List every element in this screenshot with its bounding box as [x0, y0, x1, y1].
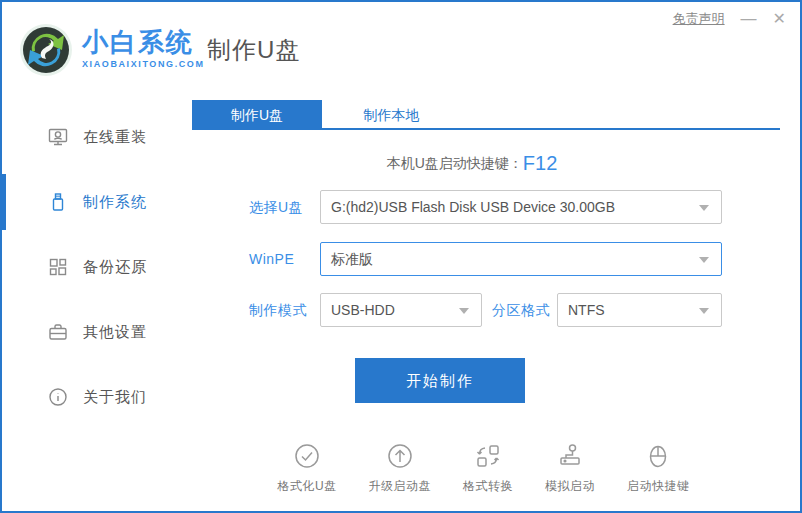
logo-text: 小白系统 XIAOBAIXITONG.COM [82, 28, 205, 69]
backup-restore-icon [47, 256, 69, 278]
simulate-boot-icon [556, 442, 584, 470]
about-us-icon [47, 386, 69, 408]
sidebar-item-backup-restore[interactable]: 备份还原 [2, 252, 187, 282]
usb-select-label: 选择U盘 [249, 190, 303, 224]
tool-label: 格式转换 [463, 478, 513, 495]
logo-title: 小白系统 [82, 28, 205, 56]
chevron-down-icon [699, 205, 709, 211]
close-icon[interactable]: ✕ [773, 11, 786, 27]
usb-select-value: G:(hd2)USB Flash Disk USB Device 30.00GB [321, 191, 721, 223]
start-make-button[interactable]: 开始制作 [355, 358, 525, 403]
winpe-select-value: 标准版 [321, 243, 721, 275]
page-title: 制作U盘 [207, 34, 300, 66]
sidebar-item-about-us[interactable]: 关于我们 [2, 382, 187, 412]
footer-tools: 格式化U盘 升级启动盘 [187, 442, 780, 495]
format-convert-icon [474, 442, 502, 470]
winpe-select-label: WinPE [249, 242, 294, 276]
body: 在线重装 制作系统 [2, 90, 800, 513]
partition-select-value: NTFS [558, 294, 721, 326]
sidebar-item-online-reinstall[interactable]: 在线重装 [2, 122, 187, 152]
tool-format-usb[interactable]: 格式化U盘 [277, 442, 336, 495]
chevron-down-icon [699, 308, 709, 314]
main-panel: 制作U盘 制作本地 本机U盘启动快捷键：F12 选择U盘 G:(hd2)USB … [187, 90, 800, 513]
tool-label: 升级启动盘 [369, 478, 432, 495]
tool-label: 模拟启动 [545, 478, 595, 495]
sidebar-item-make-system[interactable]: 制作系统 [2, 187, 187, 217]
partition-select-dropdown[interactable]: NTFS [557, 293, 722, 327]
chevron-down-icon [459, 308, 469, 314]
usb-select-dropdown[interactable]: G:(hd2)USB Flash Disk USB Device 30.00GB [320, 190, 722, 224]
tab-bar: 制作U盘 制作本地 [192, 100, 780, 130]
sidebar-item-label: 在线重装 [83, 128, 147, 147]
sidebar: 在线重装 制作系统 [2, 90, 187, 513]
tab-make-usb[interactable]: 制作U盘 [192, 100, 322, 130]
window-controls: 免责声明 — ✕ [673, 10, 786, 28]
app-logo-icon [18, 22, 74, 78]
tool-upgrade-bootdisk[interactable]: 升级启动盘 [369, 442, 432, 495]
minimize-icon[interactable]: — [741, 11, 757, 27]
make-system-usb-icon [47, 191, 69, 213]
boot-hotkey-value: F12 [523, 152, 557, 174]
sidebar-item-label: 关于我们 [83, 388, 147, 407]
tool-label: 启动快捷键 [627, 478, 690, 495]
sidebar-item-label: 其他设置 [83, 323, 147, 342]
chevron-down-icon [699, 257, 709, 263]
tool-label: 格式化U盘 [277, 478, 336, 495]
winpe-select-dropdown[interactable]: 标准版 [320, 242, 722, 276]
mode-select-label: 制作模式 [249, 293, 307, 327]
mode-select-dropdown[interactable]: USB-HDD [320, 293, 482, 327]
other-settings-icon [47, 321, 69, 343]
logo-subtitle: XIAOBAIXITONG.COM [82, 59, 205, 69]
tool-format-convert[interactable]: 格式转换 [463, 442, 513, 495]
sidebar-item-label: 制作系统 [83, 193, 147, 212]
mode-select-value: USB-HDD [321, 294, 481, 326]
partition-select-label: 分区格式 [492, 293, 550, 327]
sidebar-item-label: 备份还原 [83, 258, 147, 277]
tool-simulate-boot[interactable]: 模拟启动 [545, 442, 595, 495]
boot-hotkey-label: 本机U盘启动快捷键： [387, 155, 523, 171]
format-usb-icon [293, 442, 321, 470]
boot-hotkey-icon [644, 442, 672, 470]
titlebar: 小白系统 XIAOBAIXITONG.COM 制作U盘 免责声明 — ✕ [2, 2, 800, 90]
disclaimer-link[interactable]: 免责声明 [673, 10, 725, 28]
sidebar-item-other-settings[interactable]: 其他设置 [2, 317, 187, 347]
tab-make-local[interactable]: 制作本地 [326, 100, 456, 130]
online-reinstall-icon [47, 126, 69, 148]
app-window: 小白系统 XIAOBAIXITONG.COM 制作U盘 免责声明 — ✕ [0, 0, 802, 513]
tool-boot-hotkey[interactable]: 启动快捷键 [627, 442, 690, 495]
upgrade-bootdisk-icon [386, 442, 414, 470]
boot-hotkey-line: 本机U盘启动快捷键：F12 [187, 152, 757, 175]
